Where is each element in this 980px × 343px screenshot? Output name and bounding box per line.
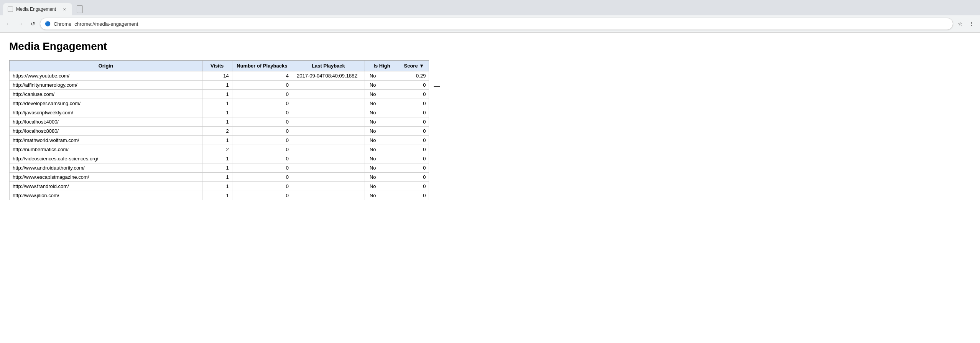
cell-score: 0	[399, 81, 429, 90]
cell-ishigh: No	[365, 127, 399, 136]
cell-visits: 1	[202, 182, 232, 191]
table-row: http://videosciences.cafe-sciences.org/1…	[10, 154, 429, 163]
header-origin[interactable]: Origin	[10, 61, 202, 71]
header-playbacks[interactable]: Number of Playbacks	[232, 61, 292, 71]
cell-origin: http://www.frandroid.com/	[10, 182, 202, 191]
cell-playbacks: 0	[232, 127, 292, 136]
tab-close-button[interactable]: ✕	[61, 6, 67, 12]
table-header-row: Origin Visits Number of Playbacks Last P…	[10, 61, 429, 71]
cell-visits: 1	[202, 108, 232, 117]
score-dash-indicator: —	[434, 83, 440, 90]
cell-playbacks: 0	[232, 182, 292, 191]
cell-origin: http://www.androidauthority.com/	[10, 163, 202, 173]
table-row: http://numbermatics.com/20No0	[10, 145, 429, 154]
cell-origin: http://videosciences.cafe-sciences.org/	[10, 154, 202, 163]
cell-score: 0	[399, 182, 429, 191]
table-row: http://javascriptweekly.com/10No0	[10, 108, 429, 117]
cell-ishigh: No	[365, 81, 399, 90]
cell-ishigh: No	[365, 145, 399, 154]
new-tab-page-icon	[77, 5, 83, 13]
cell-ishigh: No	[365, 154, 399, 163]
tab-title: Media Engagement	[16, 7, 58, 12]
cell-playbacks: 0	[232, 108, 292, 117]
cell-ishigh: No	[365, 173, 399, 182]
cell-visits: 1	[202, 191, 232, 200]
cell-score: 0	[399, 163, 429, 173]
cell-score: 0	[399, 99, 429, 108]
cell-score: 0	[399, 127, 429, 136]
cell-visits: 1	[202, 81, 232, 90]
cell-visits: 14	[202, 71, 232, 81]
cell-lastplayback	[292, 191, 365, 200]
cell-lastplayback	[292, 99, 365, 108]
cell-origin: http://www.escapistmagazine.com/	[10, 173, 202, 182]
omnibox-url: chrome://media-engagement	[74, 21, 948, 27]
forward-button[interactable]: →	[15, 18, 26, 29]
cell-visits: 1	[202, 136, 232, 145]
cell-ishigh: No	[365, 182, 399, 191]
header-last-playback[interactable]: Last Playback	[292, 61, 365, 71]
cell-playbacks: 0	[232, 90, 292, 99]
cell-lastplayback	[292, 81, 365, 90]
cell-origin: http://caniuse.com/	[10, 90, 202, 99]
table-row: http://localhost:4000/10No0	[10, 117, 429, 127]
cell-ishigh: No	[365, 90, 399, 99]
cell-visits: 1	[202, 99, 232, 108]
cell-lastplayback	[292, 127, 365, 136]
cell-origin: http://localhost:8080/	[10, 127, 202, 136]
table-row: http://www.frandroid.com/10No0	[10, 182, 429, 191]
table-row: http://www.jilion.com/10No0	[10, 191, 429, 200]
cell-playbacks: 0	[232, 173, 292, 182]
active-tab[interactable]: Media Engagement ✕	[3, 3, 72, 15]
page-content: Media Engagement Origin Visits Number of…	[0, 33, 980, 209]
cell-ishigh: No	[365, 108, 399, 117]
header-score[interactable]: Score ▼	[399, 61, 429, 71]
table-row: http://mathworld.wolfram.com/10No0	[10, 136, 429, 145]
cell-playbacks: 0	[232, 136, 292, 145]
table-container: Origin Visits Number of Playbacks Last P…	[9, 60, 429, 200]
new-tab-button[interactable]	[72, 3, 87, 15]
cell-score: 0	[399, 145, 429, 154]
refresh-button[interactable]: ↺	[28, 18, 38, 29]
cell-playbacks: 0	[232, 154, 292, 163]
cell-origin: http://developer.samsung.com/	[10, 99, 202, 108]
header-visits[interactable]: Visits	[202, 61, 232, 71]
menu-button[interactable]: ⋮	[966, 18, 977, 29]
cell-lastplayback: 2017-09-04T08:40:09.188Z	[292, 71, 365, 81]
media-engagement-table: Origin Visits Number of Playbacks Last P…	[9, 60, 429, 200]
table-row: http://affinitynumerology.com/10No0	[10, 81, 429, 90]
cell-origin: http://numbermatics.com/	[10, 145, 202, 154]
cell-visits: 1	[202, 173, 232, 182]
cell-lastplayback	[292, 163, 365, 173]
cell-origin: http://localhost:4000/	[10, 117, 202, 127]
cell-visits: 1	[202, 117, 232, 127]
bookmark-button[interactable]: ☆	[955, 18, 965, 29]
tab-favicon-icon	[8, 7, 13, 12]
cell-score: 0	[399, 154, 429, 163]
cell-origin: http://javascriptweekly.com/	[10, 108, 202, 117]
cell-lastplayback	[292, 117, 365, 127]
cell-lastplayback	[292, 145, 365, 154]
toolbar: ← → ↺ 🔵 Chrome chrome://media-engagement…	[0, 15, 980, 32]
cell-ishigh: No	[365, 117, 399, 127]
cell-playbacks: 4	[232, 71, 292, 81]
cell-score: 0	[399, 191, 429, 200]
cell-visits: 1	[202, 154, 232, 163]
cell-playbacks: 0	[232, 99, 292, 108]
cell-lastplayback	[292, 154, 365, 163]
cell-lastplayback	[292, 90, 365, 99]
cell-playbacks: 0	[232, 145, 292, 154]
address-bar[interactable]: 🔵 Chrome chrome://media-engagement	[40, 18, 953, 30]
cell-lastplayback	[292, 182, 365, 191]
browser-chrome: Media Engagement ✕ ← → ↺ 🔵 Chrome chrome…	[0, 0, 980, 33]
page-title: Media Engagement	[9, 40, 971, 53]
table-row: http://developer.samsung.com/10No0	[10, 99, 429, 108]
cell-playbacks: 0	[232, 81, 292, 90]
back-button[interactable]: ←	[3, 18, 14, 29]
cell-playbacks: 0	[232, 163, 292, 173]
cell-playbacks: 0	[232, 117, 292, 127]
cell-origin: http://affinitynumerology.com/	[10, 81, 202, 90]
cell-lastplayback	[292, 173, 365, 182]
header-is-high[interactable]: Is High	[365, 61, 399, 71]
cell-ishigh: No	[365, 71, 399, 81]
